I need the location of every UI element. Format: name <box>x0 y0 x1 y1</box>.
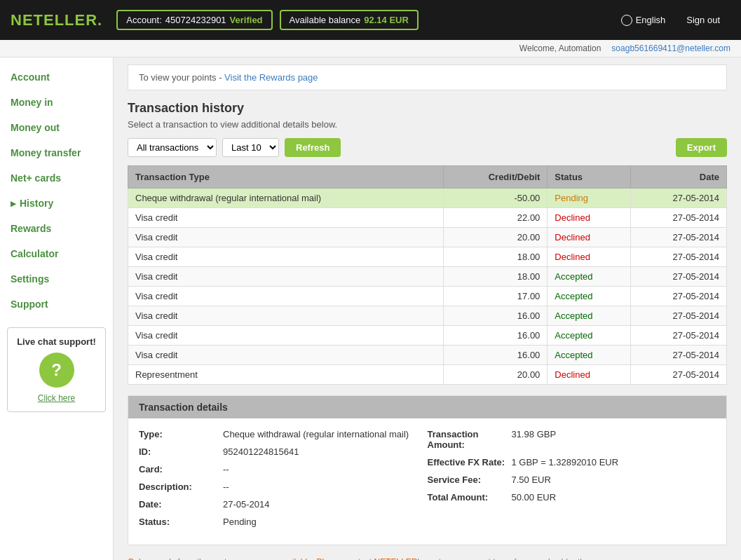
description-label: Description: <box>139 482 223 492</box>
layout: Account Money in Money out Money transfe… <box>0 57 741 560</box>
page-title: Transaction history <box>128 101 727 116</box>
account-number: 450724232901 <box>165 15 226 25</box>
description-value: -- <box>223 482 229 492</box>
globe-icon <box>621 15 632 26</box>
table-row[interactable]: Visa credit16.00Accepted27-05-2014 <box>128 346 727 365</box>
export-button[interactable]: Export <box>676 138 727 157</box>
cell-date: 27-05-2014 <box>630 208 727 228</box>
cell-amount: -50.00 <box>443 189 548 208</box>
sidebar-item-calculator[interactable]: Calculator <box>0 241 113 266</box>
controls-bar: All transactions Last 10 Last 30 Last 60… <box>128 138 727 157</box>
welcome-text: Welcome, Automation <box>519 43 601 53</box>
footer-note-1: Only records from the past one year are … <box>128 556 727 560</box>
cell-status: Accepted <box>548 267 630 287</box>
click-here-link[interactable]: Click here <box>16 393 97 403</box>
header-right: English Sign out <box>611 15 730 26</box>
table-row[interactable]: Visa credit18.00Declined27-05-2014 <box>128 247 727 267</box>
cell-status: Accepted <box>548 326 630 346</box>
type-value: Cheque withdrawal (regular international… <box>223 429 409 439</box>
col-amount: Credit/Debit <box>443 166 548 189</box>
date-value: 27-05-2014 <box>223 499 270 510</box>
table-row[interactable]: Visa credit20.00Declined27-05-2014 <box>128 228 727 247</box>
sidebar-item-history[interactable]: History <box>0 191 113 216</box>
cell-type: Visa credit <box>128 247 444 267</box>
cell-status: Declined <box>548 365 630 385</box>
details-left-col: Type: Cheque withdrawal (regular interna… <box>139 429 428 534</box>
signout-button[interactable]: Sign out <box>676 15 730 25</box>
sidebar-item-net-cards[interactable]: Net+ cards <box>0 165 113 191</box>
header: NETELLER. Account: 450724232901 Verified… <box>0 0 741 40</box>
account-badge: Account: 450724232901 Verified <box>116 10 272 30</box>
type-label: Type: <box>139 429 223 439</box>
fee-value: 7.50 EUR <box>512 474 551 485</box>
transaction-filter-select[interactable]: All transactions Last 10 Last 30 Last 60… <box>128 138 217 157</box>
live-chat-title: Live chat support! <box>16 336 97 347</box>
sidebar-item-support[interactable]: Support <box>0 292 113 317</box>
verified-badge: Verified <box>230 15 263 25</box>
sidebar-item-money-out[interactable]: Money out <box>0 115 113 140</box>
table-row[interactable]: Cheque withdrawal (regular international… <box>128 189 727 208</box>
card-value: -- <box>223 464 229 474</box>
rewards-bar: To view your points - Visit the Rewards … <box>128 64 727 90</box>
total-value: 50.00 EUR <box>512 492 557 503</box>
detail-id-row: ID: 952401224815641 <box>139 446 428 457</box>
footer-note1-text: Only records from the past one year are … <box>128 557 426 560</box>
balance-label: Available balance <box>290 15 361 25</box>
welcome-bar: Welcome, Automation soagb561669411@netel… <box>0 40 741 57</box>
sidebar-item-money-transfer[interactable]: Money transfer <box>0 140 113 165</box>
cell-type: Visa credit <box>128 208 444 228</box>
cell-date: 27-05-2014 <box>630 267 727 287</box>
support-team-link[interactable]: customer support team <box>426 557 512 560</box>
table-row[interactable]: Visa credit22.00Declined27-05-2014 <box>128 208 727 228</box>
language-selector[interactable]: English <box>611 15 677 26</box>
page-subtitle: Select a transaction to view additional … <box>128 119 727 130</box>
amount-value: 31.98 GBP <box>512 429 557 439</box>
sidebar-item-rewards[interactable]: Rewards <box>0 216 113 241</box>
count-filter-select[interactable]: Last 10 Last 20 Last 50 <box>222 138 279 157</box>
main-content: To view your points - Visit the Rewards … <box>114 57 741 560</box>
cell-date: 27-05-2014 <box>630 189 727 208</box>
cell-type: Visa credit <box>128 306 444 326</box>
rewards-link[interactable]: Visit the Rewards page <box>224 72 318 83</box>
total-label: Total Amount: <box>428 492 512 503</box>
cell-amount: 20.00 <box>443 365 548 385</box>
cell-type: Representment <box>128 365 444 385</box>
sidebar-item-settings[interactable]: Settings <box>0 266 113 292</box>
card-label: Card: <box>139 464 223 474</box>
fee-label: Service Fee: <box>428 474 512 485</box>
cell-date: 27-05-2014 <box>630 346 727 365</box>
table-row[interactable]: Visa credit17.00Accepted27-05-2014 <box>128 287 727 306</box>
col-status: Status <box>548 166 630 189</box>
cell-date: 27-05-2014 <box>630 326 727 346</box>
cell-date: 27-05-2014 <box>630 247 727 267</box>
cell-amount: 16.00 <box>443 326 548 346</box>
table-row[interactable]: Visa credit16.00Accepted27-05-2014 <box>128 306 727 326</box>
detail-card-row: Card: -- <box>139 464 428 474</box>
sidebar-item-account[interactable]: Account <box>0 64 113 90</box>
sidebar-item-money-in[interactable]: Money in <box>0 90 113 115</box>
detail-status-row: Status: Pending <box>139 517 428 527</box>
col-date: Date <box>630 166 727 189</box>
cell-status: Declined <box>548 228 630 247</box>
cell-type: Visa credit <box>128 326 444 346</box>
live-chat-button[interactable]: ? <box>39 353 74 388</box>
col-type: Transaction Type <box>128 166 444 189</box>
table-row[interactable]: Representment20.00Declined27-05-2014 <box>128 365 727 385</box>
language-label: English <box>636 15 666 25</box>
cell-amount: 18.00 <box>443 247 548 267</box>
transaction-table: Transaction Type Credit/Debit Status Dat… <box>128 165 727 385</box>
cell-amount: 22.00 <box>443 208 548 228</box>
table-row[interactable]: Visa credit18.00Accepted27-05-2014 <box>128 267 727 287</box>
detail-total-row: Total Amount: 50.00 EUR <box>428 492 716 503</box>
rewards-text: To view your points - <box>139 72 224 83</box>
cell-status: Declined <box>548 208 630 228</box>
refresh-button[interactable]: Refresh <box>285 138 341 157</box>
cell-type: Visa credit <box>128 346 444 365</box>
cell-type: Visa credit <box>128 287 444 306</box>
cell-amount: 18.00 <box>443 267 548 287</box>
table-row[interactable]: Visa credit16.00Accepted27-05-2014 <box>128 326 727 346</box>
details-body: Type: Cheque withdrawal (regular interna… <box>128 418 726 545</box>
cell-amount: 17.00 <box>443 287 548 306</box>
cell-type: Visa credit <box>128 228 444 247</box>
cell-status: Accepted <box>548 306 630 326</box>
